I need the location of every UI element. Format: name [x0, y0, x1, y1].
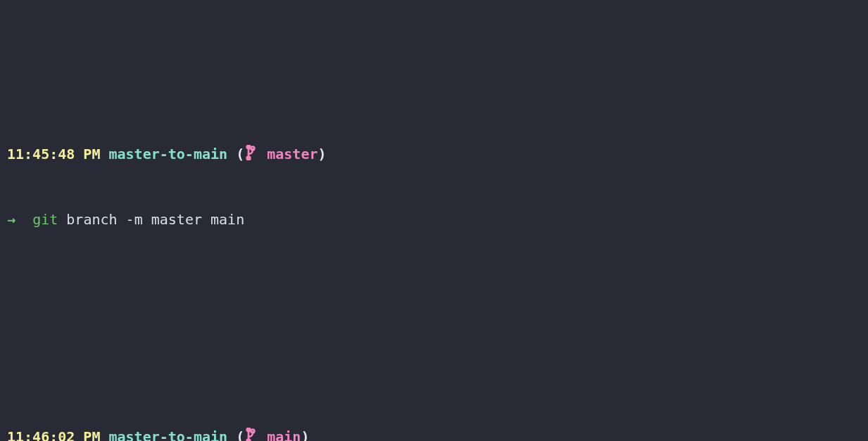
command-block: 11:46:02 PM master-to-main ( main) → git…	[7, 383, 861, 441]
prompt-line: 11:46:02 PM master-to-main ( main)	[7, 426, 861, 441]
prompt-branch: master	[267, 146, 317, 162]
branch-icon	[244, 428, 257, 441]
command-args: branch -m master main	[58, 211, 244, 228]
prompt-time: 11:46:02 PM	[7, 428, 100, 441]
prompt-paren-close: )	[317, 146, 326, 162]
prompt-paren-open: (	[236, 146, 244, 162]
prompt-directory: master-to-main	[109, 428, 228, 441]
branch-icon	[244, 145, 257, 160]
prompt-paren-open: (	[236, 428, 244, 441]
terminal[interactable]: 11:45:48 PM master-to-main ( master) → g…	[0, 0, 868, 441]
prompt-paren-close: )	[301, 428, 309, 441]
prompt-arrow-icon: →	[7, 211, 15, 228]
command-block: 11:45:48 PM master-to-main ( master) → g…	[7, 100, 861, 274]
prompt-directory: master-to-main	[109, 146, 228, 162]
prompt-time: 11:45:48 PM	[7, 146, 100, 162]
prompt-line: 11:45:48 PM master-to-main ( master)	[7, 143, 861, 165]
command-git: git	[32, 211, 58, 228]
command-line[interactable]: → git branch -m master main	[7, 209, 861, 231]
prompt-branch: main	[267, 428, 301, 441]
